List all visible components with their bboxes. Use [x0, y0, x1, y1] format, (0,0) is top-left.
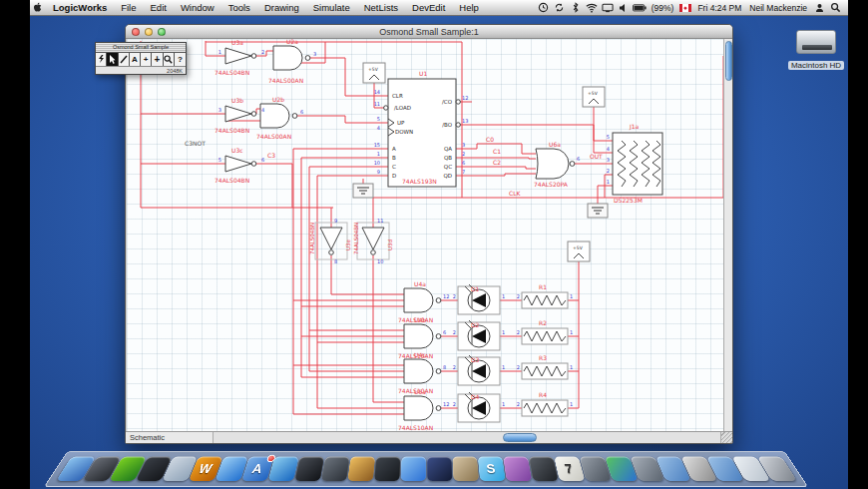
sync-icon[interactable]	[553, 2, 567, 14]
resize-grip[interactable]	[720, 432, 732, 443]
timemachine-icon[interactable]	[537, 2, 551, 14]
photo-booth-icon[interactable]	[528, 457, 558, 481]
palette-title[interactable]: Osmond Small Sample	[96, 43, 186, 52]
schematic-label: 3	[218, 107, 221, 113]
clock-time[interactable]: Fri 4:24 PM	[694, 3, 744, 13]
u3c-inverter[interactable]	[225, 156, 256, 172]
schematic-label: J1a	[629, 123, 640, 131]
schematic-label: C0	[486, 136, 494, 143]
schematic-label: U4a	[414, 280, 426, 287]
text-tool[interactable]: A	[130, 53, 141, 66]
schematic-label: 4	[377, 125, 380, 131]
menu-item-simulate[interactable]: Simulate	[306, 0, 357, 16]
ground-symbol-2[interactable]	[588, 204, 608, 218]
folder-purple-icon[interactable]	[503, 457, 532, 481]
menu-item-drawing[interactable]: Drawing	[257, 0, 306, 16]
menu-item-window[interactable]: Window	[174, 0, 221, 16]
schematic-label: +5V	[368, 67, 379, 72]
user-switcher[interactable]: Neil Mackenzie	[746, 3, 810, 13]
menu-item-file[interactable]: File	[114, 0, 143, 16]
u2a-nand-gate[interactable]	[273, 46, 310, 70]
ground-symbol-1[interactable]	[353, 184, 373, 198]
spotlight-icon[interactable]	[828, 2, 842, 14]
horizontal-scrollbar[interactable]	[214, 432, 720, 443]
schematic-label: 11	[377, 218, 383, 224]
arrow-tool[interactable]	[107, 53, 118, 66]
zoom-tool[interactable]	[164, 53, 175, 66]
schematic-label: 8	[334, 258, 337, 264]
menu-item-devedit[interactable]: DevEdit	[405, 0, 452, 16]
schematic-label: QB	[444, 155, 452, 161]
power-5v-symbol-2[interactable]	[583, 87, 605, 107]
u2b-nand-gate[interactable]	[260, 104, 297, 128]
macintosh-hd-icon[interactable]: Macintosh HD	[784, 30, 848, 72]
zap-tool[interactable]	[96, 53, 107, 66]
schematic-label: 3	[462, 142, 465, 148]
horizontal-scroll-thumb[interactable]	[503, 433, 537, 442]
schematic-label: U2a	[286, 39, 298, 45]
window-titlebar[interactable]: Osmond Small Sample:1	[126, 25, 732, 39]
u6a-gate[interactable]	[536, 149, 575, 179]
schematic-label: U5a	[414, 388, 426, 395]
itunes-icon[interactable]	[400, 457, 426, 481]
front-row-icon[interactable]	[426, 457, 452, 481]
apple-menu-icon[interactable]	[30, 2, 46, 13]
u4a-nand-gate[interactable]	[404, 288, 441, 312]
r2-resistor[interactable]	[522, 328, 568, 344]
u4c-nand-gate[interactable]	[404, 359, 441, 383]
schematic-label: R3	[539, 354, 547, 361]
vertical-scroll-thumb[interactable]	[725, 41, 732, 81]
address-book-icon[interactable]	[452, 457, 479, 481]
plus-tool[interactable]: +	[152, 53, 163, 66]
schematic-label: U2b	[272, 96, 284, 103]
menu-item-tools[interactable]: Tools	[221, 0, 257, 16]
schematic-drawing: U3a74ALS04BNU2a74ALS00ANU3b74ALS04BNU2b7…	[127, 39, 725, 433]
schematic-label: 2	[462, 151, 465, 157]
skype-icon[interactable]: S	[477, 457, 505, 481]
schematic-label: 4	[607, 146, 610, 152]
u5a-nand-gate[interactable]	[404, 396, 441, 420]
menu-item-netlists[interactable]: NetLists	[357, 0, 405, 16]
power-5v-symbol-3[interactable]	[568, 242, 590, 261]
user-icon[interactable]	[812, 2, 826, 14]
r3-resistor[interactable]	[522, 363, 568, 379]
idvd-icon[interactable]	[320, 457, 349, 481]
schematic-label: 5	[377, 116, 380, 122]
help-tool[interactable]: ?	[175, 53, 186, 66]
input-flag-icon[interactable]	[678, 2, 692, 14]
schematic-label: U3d	[387, 240, 393, 250]
iphoto-icon[interactable]	[347, 457, 375, 481]
schematic-canvas[interactable]: U3a74ALS04BNU2a74ALS00ANU3b74ALS04BNU2b7…	[127, 39, 725, 433]
schematic-label: D	[392, 173, 396, 179]
u3e-inverter-vertical[interactable]	[315, 223, 347, 259]
u4b-nand-gate[interactable]	[404, 324, 441, 348]
bluetooth-icon[interactable]	[569, 2, 583, 14]
schematic-label: 1	[218, 49, 221, 55]
schematic-label: R1	[539, 283, 547, 290]
vertical-scrollbar[interactable]	[723, 39, 732, 433]
crosshair-tool[interactable]: +	[141, 53, 152, 66]
menu-item-edit[interactable]: Edit	[144, 0, 174, 16]
u3b-inverter[interactable]	[225, 106, 256, 122]
tool-palette: Osmond Small Sample A + + ? 2048K	[95, 42, 187, 75]
activity-monitor-icon[interactable]	[373, 457, 400, 481]
r1-resistor[interactable]	[522, 292, 568, 308]
u3a-inverter[interactable]	[225, 48, 256, 64]
dock-icons: WAS7	[55, 457, 796, 481]
r4-resistor[interactable]	[522, 400, 568, 416]
schematic-label: C	[392, 164, 396, 170]
schematic-label: 74ALS04BN	[215, 177, 249, 184]
menu-item-app[interactable]: LogicWorks	[46, 0, 114, 16]
volume-icon[interactable]	[617, 2, 631, 14]
window-title: Osmond Small Sample:1	[126, 27, 732, 37]
line-tool[interactable]	[119, 53, 130, 66]
power-5v-symbol-1[interactable]	[363, 63, 385, 83]
u3d-inverter-vertical[interactable]	[357, 223, 389, 259]
j1a-resistor-pack[interactable]	[613, 133, 662, 195]
displays-icon[interactable]	[601, 2, 615, 14]
schematic-label: 74ALS193N	[402, 178, 437, 185]
wifi-icon[interactable]	[585, 2, 599, 14]
menu-item-help[interactable]: Help	[452, 0, 486, 16]
schematic-label: 2	[517, 364, 520, 370]
terminal-icon[interactable]	[294, 457, 324, 481]
